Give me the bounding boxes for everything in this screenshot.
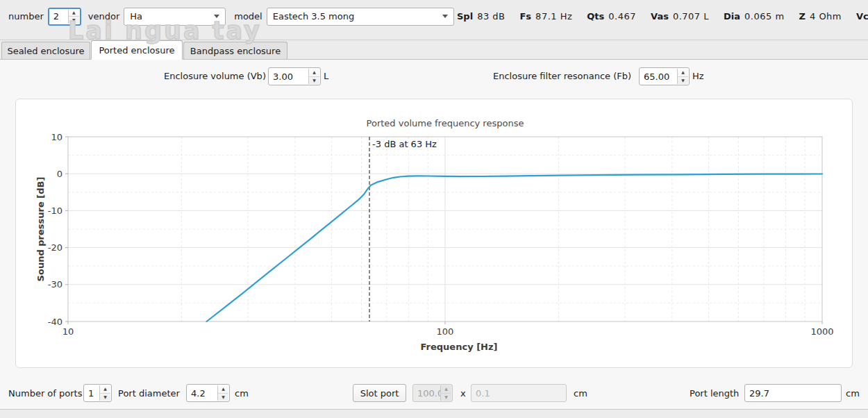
x-tick-label: 10 — [62, 326, 74, 337]
port-controls-bar: Number of ports ▲▼ Port diameter ▲▼ cm S… — [0, 379, 868, 409]
x-tick-label: 1000 — [810, 326, 833, 337]
diameter-unit: cm — [235, 388, 249, 399]
length-unit: cm — [846, 388, 860, 399]
spin-down-icon: ▼ — [441, 394, 451, 401]
y-tick-label: -30 — [48, 279, 62, 290]
y-tick-label: -20 — [48, 242, 62, 253]
volume-unit: L — [324, 71, 328, 81]
stat-vas: Vas0.707 L — [651, 11, 709, 22]
y-axis-label: Sound pressure [dB] — [35, 177, 46, 282]
stat-z: Z4 Ohm — [799, 11, 842, 22]
ports-spin-buttons[interactable]: ▲▼ — [99, 385, 110, 401]
number-label: number — [8, 11, 44, 22]
y-tick-label: 10 — [51, 132, 62, 142]
spin-down-icon[interactable]: ▼ — [69, 17, 79, 24]
slot-width-spin-buttons: ▲▼ — [440, 385, 451, 401]
length-label: Port length — [690, 388, 739, 399]
number-spinbox[interactable]: ▲▼ — [48, 8, 81, 26]
tab-sealed-enclosure[interactable]: Sealed enclosure — [1, 42, 90, 59]
resonance-label: Enclosure filter resonance (Fb) — [493, 71, 631, 81]
y-tick-label: 0 — [57, 169, 62, 179]
resonance-spin-buttons[interactable]: ▲▼ — [677, 69, 688, 84]
driver-stats: Spl83 dBFs87.1 HzQts0.467Vas0.707 LDia0.… — [457, 0, 868, 33]
chevron-down-icon — [214, 15, 219, 18]
slot-height-field — [471, 384, 567, 402]
status-bar — [0, 409, 868, 418]
slot-port-button[interactable]: Slot port — [353, 384, 406, 402]
spin-down-icon[interactable]: ▼ — [100, 394, 110, 401]
stat-qts: Qts0.467 — [587, 11, 636, 22]
tab-bandpass-enclosure[interactable]: Bandpass enclosure — [183, 42, 287, 59]
resonance-unit: Hz — [692, 71, 704, 81]
spin-up-icon[interactable]: ▲ — [100, 385, 110, 394]
spin-down-icon[interactable]: ▼ — [218, 394, 228, 401]
y-tick-label: -40 — [48, 317, 62, 327]
slot-width-spinbox: ▲▼ — [412, 384, 453, 402]
spin-up-icon: ▲ — [441, 385, 451, 394]
slot-x-label: x — [460, 388, 466, 399]
diameter-spinbox[interactable]: ▲▼ — [186, 384, 230, 402]
x-axis-label: Frequency [Hz] — [421, 342, 498, 352]
ports-label: Number of ports — [8, 388, 82, 399]
vendor-dropdown[interactable]: Ha — [124, 8, 226, 26]
resonance-spinbox[interactable]: ▲▼ — [639, 67, 690, 85]
enclosure-form-row: Enclosure volume (Vb) ▲▼ L Enclosure fil… — [0, 67, 868, 85]
vendor-label: vendor — [88, 11, 119, 22]
stat-spl: Spl83 dB — [457, 11, 505, 22]
volume-spin-buttons[interactable]: ▲▼ — [308, 69, 319, 84]
length-input[interactable] — [745, 385, 841, 401]
model-value: Eastech 3.5 mong — [273, 11, 354, 22]
chevron-down-icon — [442, 15, 448, 18]
spin-up-icon[interactable]: ▲ — [218, 385, 228, 394]
tab-ported-enclosure[interactable]: Ported enclosure — [91, 40, 183, 60]
spin-down-icon[interactable]: ▼ — [678, 77, 688, 85]
enclosure-tabstrip: Sealed enclosurePorted enclosureBandpass… — [0, 40, 868, 60]
stat-fs: Fs87.1 Hz — [519, 11, 572, 22]
frequency-response-card: 100-10-20-30-40101001000Ported volume fr… — [15, 99, 853, 368]
chart-title: Ported volume frequency response — [367, 118, 524, 128]
top-toolbar: number ▲▼ vendor Ha model Eastech 3.5 mo… — [0, 0, 868, 40]
volume-spinbox[interactable]: ▲▼ — [268, 67, 321, 85]
cutoff-annotation: -3 dB at 63 Hz — [372, 139, 437, 149]
diameter-spin-buttons[interactable]: ▲▼ — [217, 385, 228, 401]
length-field[interactable] — [744, 384, 842, 402]
frequency-response-chart: 100-10-20-30-40101001000Ported volume fr… — [16, 99, 852, 367]
x-tick-label: 100 — [437, 326, 454, 337]
slot-unit: cm — [574, 388, 587, 399]
diameter-label: Port diameter — [118, 388, 180, 399]
slot-height-input — [471, 385, 566, 401]
ports-spinbox[interactable]: ▲▼ — [83, 384, 112, 402]
stat-vc: Vc1 — [856, 11, 868, 22]
stat-dia: Dia0.065 m — [724, 11, 785, 22]
spin-up-icon[interactable]: ▲ — [69, 10, 79, 17]
model-dropdown[interactable]: Eastech 3.5 mong — [267, 8, 454, 26]
model-label: model — [234, 11, 262, 22]
spin-down-icon[interactable]: ▼ — [309, 77, 319, 85]
spin-up-icon[interactable]: ▲ — [309, 69, 319, 77]
volume-label: Enclosure volume (Vb) — [164, 71, 266, 81]
vendor-value: Ha — [130, 11, 142, 22]
number-spin-buttons[interactable]: ▲▼ — [68, 10, 79, 24]
spin-up-icon[interactable]: ▲ — [678, 69, 688, 77]
y-tick-label: -10 — [48, 206, 62, 216]
